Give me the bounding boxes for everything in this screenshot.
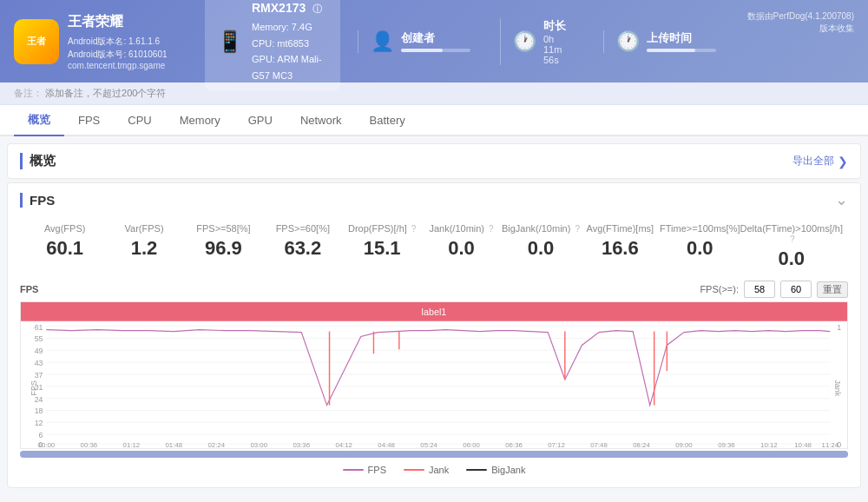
overview-header: 概览 导出全部 ❯ (8, 144, 860, 178)
metric-jank-value: 0.0 (422, 237, 501, 260)
svg-text:label1: label1 (422, 307, 447, 317)
svg-text:08:24: 08:24 (633, 441, 650, 448)
duration-stat: 🕐 时长 0h 11m 56s (500, 18, 587, 65)
metric-delta-ftime-value: 0.0 (740, 248, 844, 270)
metric-fps58-value: 96.9 (184, 237, 263, 260)
device-cpu: CPU: mt6853 (252, 36, 328, 52)
legend-fps: FPS (343, 465, 386, 475)
delta-ftime-help-icon: ? (790, 234, 795, 244)
metric-delta-ftime: Delta(FTime)>100ms[/h] ? 0.0 (740, 223, 844, 270)
fps-metrics-row: Avg(FPS) 60.1 Var(FPS) 1.2 FPS>=58[%] 96… (8, 216, 860, 281)
svg-text:06:36: 06:36 (505, 441, 523, 448)
app-header: 王者 王者荣耀 Android版本名: 1.61.1.6 Android版本号:… (0, 0, 868, 83)
tab-overview[interactable]: 概览 (14, 105, 64, 136)
svg-text:04:12: 04:12 (335, 441, 352, 448)
app-name: 王者荣耀 (68, 13, 168, 31)
metric-fps60-value: 63.2 (263, 237, 342, 260)
chart-scrollbar[interactable] (20, 451, 848, 458)
legend-bigjank-label: BigJank (491, 465, 525, 475)
metric-ftime100-value: 0.0 (660, 237, 740, 260)
metric-fps60: FPS>=60[%] 63.2 (263, 223, 342, 270)
overview-title: 概览 (20, 153, 56, 169)
app-icon: 王者 (14, 19, 59, 64)
duration-icon: 🕐 (513, 30, 536, 53)
svg-text:10:48: 10:48 (794, 441, 812, 448)
note-bar[interactable]: 备注： 添加备注，不超过200个字符 (0, 83, 868, 105)
metric-bigjank: BigJank(/10min) ? 0.0 (501, 223, 580, 270)
metric-ftime100-label: FTime>=100ms[%] (660, 223, 740, 234)
svg-text:1: 1 (837, 323, 841, 332)
device-name: RMX2173 ⓘ (252, 0, 328, 19)
overview-section: 概览 导出全部 ❯ (7, 143, 861, 179)
device-icon: 📱 (217, 30, 243, 54)
metric-jank-label: Jank(/10min) ? (422, 223, 501, 234)
creator-stat: 👤 创建者 (358, 30, 483, 53)
chart-fps-label: FPS (20, 284, 38, 294)
svg-text:55: 55 (35, 334, 43, 343)
bigjank-help-icon: ? (575, 224, 580, 234)
metric-var-fps: Var(FPS) 1.2 (104, 223, 183, 270)
metric-fps58: FPS>=58[%] 96.9 (184, 223, 263, 270)
upload-icon: 🕐 (616, 30, 640, 53)
tab-cpu[interactable]: CPU (114, 107, 165, 135)
tab-fps[interactable]: FPS (64, 107, 114, 135)
fps-collapse-button[interactable]: ⌄ (835, 190, 848, 209)
svg-text:09:36: 09:36 (718, 441, 735, 448)
chart-legend: FPS Jank BigJank (20, 459, 848, 479)
metric-drop-fps-value: 15.1 (343, 237, 422, 260)
svg-text:02:24: 02:24 (207, 441, 225, 448)
fps-threshold-input2[interactable] (780, 281, 812, 298)
fps-section-title: FPS (20, 193, 55, 208)
device-gpu: GPU: ARM Mali-G57 MC3 (252, 51, 328, 83)
legend-bigjank-line (466, 469, 487, 471)
chart-scrollbar-thumb[interactable] (20, 451, 848, 458)
metric-delta-ftime-label: Delta(FTime)>100ms[/h] ? (740, 223, 844, 244)
legend-jank-label: Jank (429, 465, 449, 475)
fps-threshold-input1[interactable] (744, 281, 775, 298)
metric-fps60-label: FPS>=60[%] (263, 223, 342, 234)
svg-text:01:12: 01:12 (123, 441, 141, 448)
fps-gte-label: FPS(>=): (700, 284, 739, 294)
upload-info: 上传时间 (647, 30, 716, 52)
svg-text:61: 61 (35, 323, 43, 332)
fps-chart-area: FPS FPS(>=): 重置 label1 (8, 281, 860, 487)
device-info: 📱 RMX2173 ⓘ Memory: 7.4G CPU: mt6853 GPU… (205, 0, 340, 91)
svg-text:43: 43 (35, 359, 43, 367)
app-package: com.tencent.tmgp.sgame (68, 61, 168, 70)
source-info: 数据由PerfDog(4.1.200708)版本收集 (746, 9, 854, 35)
fps-reset-button[interactable]: 重置 (817, 281, 848, 298)
svg-text:Jank: Jank (833, 380, 842, 396)
svg-text:11:24: 11:24 (822, 441, 839, 448)
svg-text:00:00: 00:00 (38, 441, 56, 448)
drop-fps-help-icon: ? (411, 224, 417, 234)
duration-label: 时长 (543, 18, 575, 34)
metric-avg-ftime: Avg(FTime)[ms] 16.6 (581, 223, 660, 270)
svg-text:01:48: 01:48 (166, 441, 183, 448)
svg-text:07:48: 07:48 (590, 441, 608, 448)
svg-text:03:36: 03:36 (293, 441, 310, 448)
metric-avg-fps: Avg(FPS) 60.1 (25, 223, 104, 270)
legend-jank: Jank (404, 465, 449, 475)
tab-network[interactable]: Network (286, 107, 356, 135)
creator-icon: 👤 (371, 30, 394, 53)
metric-avg-ftime-value: 16.6 (581, 237, 660, 260)
app-version1: Android版本名: 1.61.1.6 (68, 35, 168, 48)
app-info: 王者 王者荣耀 Android版本名: 1.61.1.6 Android版本号:… (14, 13, 187, 70)
svg-text:FPS: FPS (30, 380, 38, 395)
svg-text:05:24: 05:24 (420, 441, 437, 448)
legend-jank-line (404, 469, 424, 471)
svg-text:00:36: 00:36 (81, 441, 98, 448)
tab-battery[interactable]: Battery (356, 107, 419, 135)
export-button[interactable]: 导出全部 ❯ (792, 154, 848, 168)
tab-gpu[interactable]: GPU (234, 107, 286, 135)
svg-text:04:48: 04:48 (378, 441, 395, 448)
app-text-block: 王者荣耀 Android版本名: 1.61.1.6 Android版本号: 61… (68, 13, 168, 70)
fps-section-header: FPS ⌄ (8, 183, 860, 216)
legend-bigjank: BigJank (466, 465, 525, 475)
svg-text:37: 37 (35, 371, 43, 380)
app-version2: Android版本号: 61010601 (68, 48, 168, 61)
metric-ftime100: FTime>=100ms[%] 0.0 (660, 223, 740, 270)
fps-chart-container: label1 61 55 49 (20, 301, 848, 449)
tab-memory[interactable]: Memory (166, 107, 234, 135)
creator-label: 创建者 (401, 30, 470, 46)
